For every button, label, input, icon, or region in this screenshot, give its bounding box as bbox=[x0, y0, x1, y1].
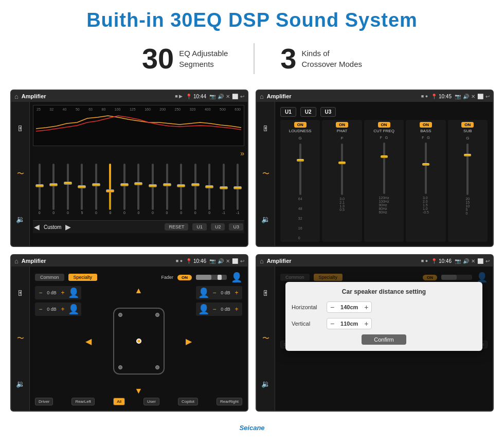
screen2-body: 🎚 〜 🔉 U1 U2 U3 ON LOUDNESS bbox=[257, 102, 493, 246]
copilot-btn[interactable]: Copilot bbox=[178, 398, 198, 405]
screen4-time: 📍 10:46 bbox=[431, 258, 452, 264]
fader-9[interactable]: 0 bbox=[148, 164, 157, 220]
sidebar3-wave-icon[interactable]: 〜 bbox=[13, 331, 28, 346]
screen1-icons: 📷 🔊 ✕ ⬜ ↩ bbox=[209, 94, 244, 99]
arrow-left[interactable]: ◀ bbox=[85, 336, 92, 346]
speaker-icon-3: 👤 bbox=[198, 287, 209, 298]
sidebar2-vol-icon[interactable]: 🔉 bbox=[259, 212, 273, 226]
loudness-on[interactable]: ON bbox=[294, 122, 307, 128]
cutfreq-fader[interactable] bbox=[383, 143, 385, 194]
close2-icon: ✕ bbox=[471, 94, 475, 99]
db4-plus[interactable]: + bbox=[233, 306, 240, 313]
common-tab[interactable]: Common bbox=[35, 274, 64, 281]
cutfreq-on[interactable]: ON bbox=[378, 122, 390, 128]
prev-btn[interactable]: ◀ bbox=[34, 223, 40, 231]
bass-fader[interactable] bbox=[425, 143, 427, 194]
rearleft-btn[interactable]: RearLeft bbox=[71, 398, 95, 405]
cutfreq-vals: 120Hz100Hz90Hz80Hz60Hz bbox=[379, 196, 389, 214]
fader-bar[interactable] bbox=[196, 275, 227, 280]
fader-7[interactable]: 0 bbox=[120, 164, 129, 220]
loudness-fader[interactable] bbox=[299, 144, 301, 195]
eq-screen: 25 32 40 50 63 80 100 125 160 200 250 32… bbox=[33, 105, 244, 243]
vertical-plus[interactable]: + bbox=[364, 319, 368, 328]
vertical-value: 110cm bbox=[336, 321, 362, 327]
arrow-right[interactable]: ▶ bbox=[186, 336, 192, 346]
screens-grid: ⌂ Amplifier ■ ▶ 📍 10:44 📷 🔊 ✕ ⬜ ↩ 🎚 〜 🔉 bbox=[0, 84, 504, 422]
phat-on[interactable]: ON bbox=[336, 122, 348, 128]
camera3-icon: 📷 bbox=[209, 258, 215, 264]
screen1-time: 📍 10:44 bbox=[186, 94, 206, 99]
driver-btn[interactable]: Driver bbox=[35, 398, 53, 405]
db4-minus[interactable]: − bbox=[211, 306, 218, 313]
specialty-tab[interactable]: Specialty bbox=[68, 274, 98, 281]
home4-icon: ⌂ bbox=[260, 257, 264, 265]
horizontal-minus[interactable]: − bbox=[330, 303, 334, 311]
fader-6[interactable]: 0 bbox=[105, 164, 115, 220]
fader-11[interactable]: 0 bbox=[176, 164, 186, 220]
screen4-topbar: ⌂ Amplifier ■ ● 📍 10:46 📷 🔊 ✕ ⬜ ↩ bbox=[257, 255, 493, 267]
eq-graph: 25 32 40 50 63 80 100 125 160 200 250 32… bbox=[33, 105, 244, 146]
u3-selector[interactable]: U3 bbox=[320, 107, 336, 117]
sidebar3-vol-icon[interactable]: 🔉 bbox=[13, 377, 28, 391]
horizontal-plus[interactable]: + bbox=[364, 303, 368, 311]
u2-btn[interactable]: U2 bbox=[211, 223, 225, 230]
sidebar4-vol-icon[interactable]: 🔉 bbox=[259, 377, 273, 391]
bass-on[interactable]: ON bbox=[420, 122, 432, 128]
db1-minus[interactable]: − bbox=[37, 289, 44, 296]
fader-1[interactable]: 0 bbox=[35, 164, 44, 220]
next-btn[interactable]: ▶ bbox=[65, 223, 71, 231]
fader-4[interactable]: 5 bbox=[77, 164, 86, 220]
sidebar3-eq-icon[interactable]: 🎚 bbox=[13, 286, 28, 300]
sidebar2-wave-icon[interactable]: 〜 bbox=[259, 167, 273, 181]
arrow-up[interactable]: ▲ bbox=[135, 286, 143, 295]
db2-minus[interactable]: − bbox=[37, 306, 44, 313]
sub-fader[interactable] bbox=[466, 144, 469, 195]
vertical-minus[interactable]: − bbox=[330, 319, 334, 328]
page-header: Buith-in 30EQ DSP Sound System bbox=[0, 0, 504, 37]
fader-3[interactable]: 0 bbox=[63, 164, 73, 220]
fader-5[interactable]: 0 bbox=[92, 164, 101, 220]
rearright-btn[interactable]: RearRight bbox=[217, 398, 242, 405]
fader-15[interactable]: -1 bbox=[233, 164, 242, 220]
all-btn[interactable]: All bbox=[113, 398, 125, 405]
db1-plus[interactable]: + bbox=[59, 289, 66, 296]
db3-plus[interactable]: + bbox=[233, 289, 240, 296]
db3-minus[interactable]: − bbox=[211, 289, 218, 296]
db-control-1: − 0 dB + 👤 bbox=[35, 286, 81, 299]
fader-14[interactable]: -1 bbox=[219, 164, 228, 220]
sidebar-eq-icon[interactable]: 🎚 bbox=[13, 121, 28, 136]
sub-on[interactable]: ON bbox=[461, 122, 474, 128]
user-btn[interactable]: User bbox=[143, 398, 159, 405]
fader-2[interactable]: 0 bbox=[49, 164, 58, 220]
fader-8[interactable]: 0 bbox=[134, 164, 143, 220]
stat2-number: 3 bbox=[280, 42, 296, 75]
sidebar2-eq-icon[interactable]: 🎚 bbox=[259, 121, 273, 136]
u2-selector[interactable]: U2 bbox=[300, 107, 316, 117]
sidebar4-eq-icon[interactable]: 🎚 bbox=[259, 286, 273, 300]
arrow-down[interactable]: ▼ bbox=[135, 386, 143, 396]
db2-plus[interactable]: + bbox=[59, 306, 66, 313]
sidebar-wave-icon[interactable]: 〜 bbox=[13, 167, 28, 181]
sidebar-vol-icon[interactable]: 🔉 bbox=[13, 212, 28, 226]
fader-12[interactable]: 0 bbox=[191, 164, 200, 220]
cross-sub: ON SUB G 20151050 bbox=[448, 120, 488, 242]
u1-selector[interactable]: U1 bbox=[280, 107, 296, 117]
window2-icon: ⬜ bbox=[477, 94, 483, 99]
u1-btn[interactable]: U1 bbox=[192, 223, 207, 230]
horizontal-label: Horizontal bbox=[292, 304, 322, 310]
fader-13[interactable]: 0 bbox=[205, 164, 214, 220]
screen2-time: 📍 10:45 bbox=[431, 94, 452, 99]
screen3-topbar: ⌂ Amplifier ■ ● 📍 10:46 📷 🔊 ✕ ⬜ ↩ bbox=[11, 255, 247, 267]
record4-icon: ■ ● bbox=[421, 258, 428, 263]
loudness-labels: G bbox=[299, 136, 302, 140]
sidebar4-wave-icon[interactable]: 〜 bbox=[259, 331, 273, 346]
fader-10[interactable]: 0 bbox=[163, 164, 172, 220]
u3-btn[interactable]: U3 bbox=[229, 223, 243, 230]
screen2-icons: 📷 🔊 ✕ ⬜ ↩ bbox=[455, 94, 490, 99]
confirm-button[interactable]: Confirm bbox=[362, 334, 406, 345]
fader-on[interactable]: ON bbox=[177, 275, 192, 280]
phat-fader[interactable] bbox=[341, 144, 343, 195]
cross-bass: ON BASS F G 3.02.01.51.0-0.5 bbox=[406, 120, 445, 242]
reset-btn[interactable]: RESET bbox=[165, 223, 188, 230]
speaker-dot-fr bbox=[155, 313, 159, 317]
